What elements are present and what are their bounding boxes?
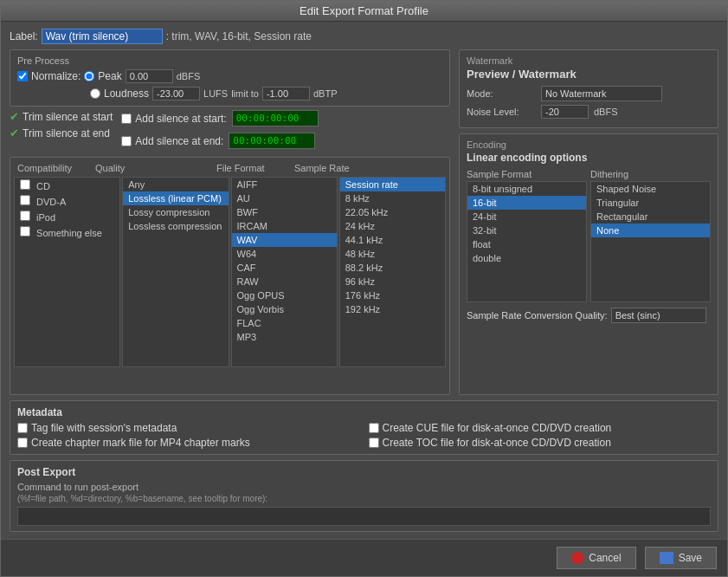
save-icon <box>660 552 673 564</box>
create-chapter-label[interactable]: Create chapter mark file for MP4 chapter… <box>17 437 360 449</box>
watermark-title: Watermark <box>467 55 711 66</box>
noise-level-input[interactable] <box>541 105 589 119</box>
sample-176khz[interactable]: 176 kHz <box>340 288 445 302</box>
cancel-label: Cancel <box>589 552 621 564</box>
loudness-radio-label[interactable]: Loudness <box>90 88 149 100</box>
srq-label: Sample Rate Conversion Quality: <box>467 310 608 321</box>
quality-any[interactable]: Any <box>123 178 228 191</box>
cancel-button[interactable]: Cancel <box>557 547 635 569</box>
file-aiff[interactable]: AIFF <box>232 178 337 191</box>
sf-double[interactable]: double <box>467 251 586 265</box>
quality-lossy[interactable]: Lossy compression <box>123 205 228 219</box>
dith-triangular[interactable]: Triangular <box>591 196 710 210</box>
add-silence-end-label[interactable]: Add silence at end: <box>121 135 223 147</box>
file-ogg-opus[interactable]: Ogg OPUS <box>232 288 337 302</box>
silence-left: ✔ Trim silence at start ✔ Trim silence a… <box>10 110 113 152</box>
normalize-checkbox[interactable] <box>17 71 28 81</box>
silence-start-time[interactable] <box>232 110 319 126</box>
preprocess-title: Pre Process <box>17 55 442 66</box>
sample-session[interactable]: Session rate <box>340 178 445 191</box>
main-window: Edit Export Format Profile Label: : trim… <box>0 0 728 577</box>
peak-label: Peak <box>98 70 121 82</box>
tag-session-checkbox[interactable] <box>17 423 28 433</box>
file-w64[interactable]: W64 <box>232 247 337 261</box>
create-chapter-checkbox[interactable] <box>17 438 28 448</box>
file-ogg-vorbis[interactable]: Ogg Vorbis <box>232 302 337 316</box>
compat-dvda[interactable]: DVD-A <box>15 193 119 209</box>
file-caf[interactable]: CAF <box>232 261 337 275</box>
sample-24khz[interactable]: 24 kHz <box>340 219 445 233</box>
file-raw[interactable]: RAW <box>232 275 337 288</box>
file-mp3[interactable]: MP3 <box>232 330 337 344</box>
add-silence-end-checkbox[interactable] <box>121 136 132 146</box>
post-command-label: Command to run post-export <box>17 482 711 492</box>
sample-441khz[interactable]: 44.1 kHz <box>340 233 445 247</box>
sf-float[interactable]: float <box>467 237 586 251</box>
metadata-grid: Tag file with session's metadata Create … <box>17 422 711 449</box>
file-ircam[interactable]: IRCAM <box>232 219 337 233</box>
normalize-checkbox-label[interactable]: Normalize: <box>17 70 81 82</box>
compat-something[interactable]: Something else <box>15 224 119 240</box>
sample-8khz[interactable]: 8 kHz <box>340 191 445 205</box>
compat-ipod[interactable]: iPod <box>15 209 119 224</box>
loudness-radio[interactable] <box>90 88 100 99</box>
loudness-label: Loudness <box>104 88 149 100</box>
sf-8bit[interactable]: 8-bit unsigned <box>467 182 586 196</box>
create-toc-checkbox[interactable] <box>369 438 379 448</box>
save-label: Save <box>679 552 702 564</box>
tag-session-label[interactable]: Tag file with session's metadata <box>17 422 360 434</box>
file-bwf[interactable]: BWF <box>232 205 337 219</box>
add-silence-start-text: Add silence at start: <box>135 113 226 125</box>
dith-shaped[interactable]: Shaped Noise <box>591 182 710 196</box>
dithering-header: Dithering <box>590 169 711 179</box>
sample-format-list[interactable]: 8-bit unsigned 16-bit 24-bit 32-bit floa… <box>467 181 587 302</box>
add-silence-start-checkbox[interactable] <box>121 113 132 124</box>
sample-48khz[interactable]: 48 kHz <box>340 247 445 261</box>
sf-32bit[interactable]: 32-bit <box>467 224 586 237</box>
label-input[interactable] <box>42 29 163 44</box>
file-au[interactable]: AU <box>232 191 337 205</box>
trim-end-label[interactable]: ✔ Trim silence at end <box>10 126 113 139</box>
peak-value[interactable] <box>126 69 173 83</box>
add-silence-end-text: Add silence at end: <box>135 135 223 147</box>
sample-format-header: Sample Format <box>467 169 587 179</box>
peak-radio[interactable] <box>84 71 94 81</box>
create-cue-text: Create CUE file for disk-at-once CD/DVD … <box>383 422 612 434</box>
trim-start-label[interactable]: ✔ Trim silence at start <box>10 110 113 123</box>
save-button[interactable]: Save <box>645 547 717 569</box>
peak-radio-label[interactable]: Peak <box>84 70 121 82</box>
sample-rate-list[interactable]: Session rate 8 kHz 22.05 kHz 24 kHz 44.1… <box>339 177 446 367</box>
sample-192khz[interactable]: 192 kHz <box>340 302 445 316</box>
srq-dropdown[interactable]: Best (sinc) <box>611 308 706 323</box>
post-command-input[interactable] <box>17 507 711 526</box>
silence-end-time[interactable] <box>229 133 315 149</box>
dith-rectangular[interactable]: Rectangular <box>591 210 710 224</box>
add-silence-start-label[interactable]: Add silence at start: <box>121 113 226 125</box>
sample-96khz[interactable]: 96 kHz <box>340 275 445 288</box>
create-cue-checkbox[interactable] <box>369 423 379 433</box>
file-format-list[interactable]: AIFF AU BWF IRCAM WAV W64 CAF RAW Ogg OP… <box>231 177 338 367</box>
limit-value[interactable] <box>262 87 310 100</box>
mode-dropdown[interactable]: No Watermark Watermark Only Preview + Wa… <box>541 86 662 101</box>
quality-header: Quality <box>92 161 213 175</box>
compat-list[interactable]: CD DVD-A iPod Something else <box>14 177 120 367</box>
watermark-section: Watermark Preview / Watermark Mode: No W… <box>459 49 718 128</box>
create-cue-label[interactable]: Create CUE file for disk-at-once CD/DVD … <box>369 422 712 434</box>
sample-882khz[interactable]: 88.2 kHz <box>340 261 445 275</box>
window-title: Edit Export Format Profile <box>300 4 428 17</box>
sample-2205khz[interactable]: 22.05 kHz <box>340 205 445 219</box>
sf-16bit[interactable]: 16-bit <box>467 196 586 210</box>
quality-lossless-linear[interactable]: Lossless (linear PCM) <box>123 191 228 205</box>
compat-cd[interactable]: CD <box>15 178 119 193</box>
silence-right: Add silence at start: Add silence at end… <box>121 110 318 152</box>
file-wav[interactable]: WAV <box>232 233 337 247</box>
file-flac[interactable]: FLAC <box>232 316 337 330</box>
create-toc-label[interactable]: Create TOC file for disk-at-once CD/DVD … <box>369 437 712 449</box>
quality-lossless[interactable]: Lossless compression <box>123 219 228 233</box>
dith-none[interactable]: None <box>591 224 710 237</box>
dithering-list[interactable]: Shaped Noise Triangular Rectangular None <box>590 181 711 302</box>
noise-level-label: Noise Level: <box>467 107 536 117</box>
sf-24bit[interactable]: 24-bit <box>467 210 586 224</box>
loudness-value[interactable] <box>152 87 200 100</box>
quality-list[interactable]: Any Lossless (linear PCM) Lossy compress… <box>122 177 229 367</box>
